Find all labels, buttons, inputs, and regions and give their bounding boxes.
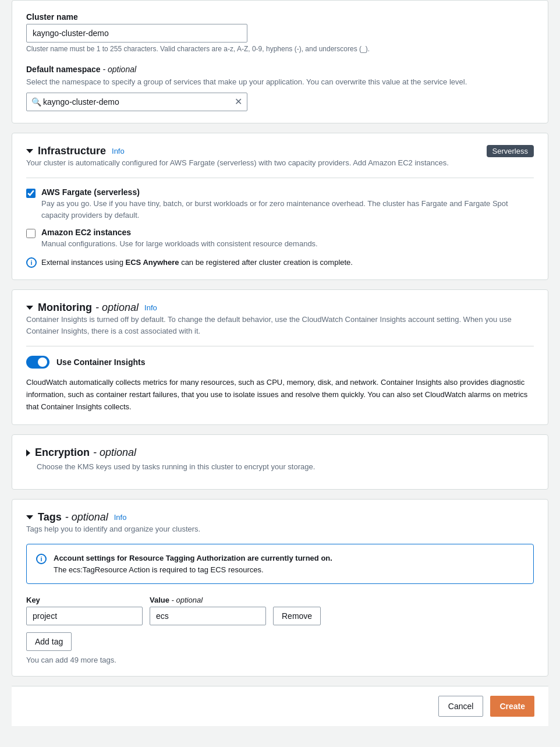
namespace-search-input[interactable]: [27, 95, 247, 109]
monitoring-header: Monitoring - optional Info: [26, 302, 534, 314]
infrastructure-section: Infrastructure Info Serverless Your clus…: [12, 133, 548, 281]
cancel-button[interactable]: Cancel: [438, 696, 484, 717]
ecs-anywhere-text: External instances using ECS Anywhere ca…: [41, 257, 353, 268]
container-insights-label: Use Container Insights: [56, 357, 145, 367]
tags-header: Tags - optional Info: [26, 511, 534, 523]
tags-description: Tags help you to identify and organize y…: [26, 523, 534, 535]
encryption-section: Encryption - optional Choose the KMS key…: [12, 434, 548, 490]
monitoring-section: Monitoring - optional Info Container Ins…: [12, 289, 548, 425]
encryption-description: Choose the KMS keys used by tasks runnin…: [37, 461, 534, 473]
monitoring-collapse-icon: [26, 306, 33, 310]
encryption-title: Encryption: [35, 447, 90, 459]
serverless-badge: Serverless: [487, 145, 534, 157]
container-insights-toggle-row: Use Container Insights: [26, 356, 534, 369]
namespace-search-wrapper: 🔍 ✕: [26, 93, 247, 111]
tags-info-icon: i: [36, 554, 47, 564]
search-icon: 🔍: [31, 97, 41, 107]
info-icon: i: [26, 257, 37, 268]
ecs-anywhere-info: i External instances using ECS Anywhere …: [26, 257, 534, 268]
tags-info-text: Account settings for Resource Tagging Au…: [54, 553, 332, 575]
encryption-expand-icon: [26, 449, 30, 456]
footer-bar: Cancel Create: [12, 686, 548, 726]
tags-title: Tags: [38, 511, 62, 523]
tags-info-box: i Account settings for Resource Tagging …: [26, 544, 534, 584]
namespace-label: Default namespace - optional: [26, 65, 534, 74]
tags-hint: You can add 49 more tags.: [26, 656, 534, 664]
tag-value-input[interactable]: [150, 607, 266, 625]
tag-value-group: Value - optional: [150, 596, 266, 625]
fargate-description: Pay as you go. Use if you have tiny, bat…: [41, 198, 534, 221]
tag-key-group: Key: [26, 596, 143, 625]
infrastructure-collapse-icon: [26, 149, 33, 153]
container-insights-toggle[interactable]: [26, 356, 49, 369]
monitoring-cloudwatch-desc: CloudWatch automatically collects metric…: [26, 377, 534, 413]
monitoring-description: Container Insights is turned off by defa…: [26, 314, 534, 337]
fargate-label[interactable]: AWS Fargate (serverless): [41, 187, 140, 197]
monitoring-title: Monitoring: [38, 302, 92, 314]
remove-tag-button[interactable]: Remove: [273, 607, 321, 625]
tag-key-label: Key: [26, 596, 143, 604]
fargate-checkbox[interactable]: [26, 189, 36, 198]
infrastructure-info-link[interactable]: Info: [112, 147, 125, 155]
divider2: [26, 346, 534, 346]
infrastructure-header: Infrastructure Info Serverless: [26, 145, 534, 157]
cluster-name-hint: Cluster name must be 1 to 255 characters…: [26, 45, 534, 53]
add-tag-button[interactable]: Add tag: [26, 632, 72, 651]
tags-info-link[interactable]: Info: [114, 513, 127, 522]
divider: [26, 178, 534, 178]
cluster-name-label: Cluster name: [26, 12, 534, 22]
create-button[interactable]: Create: [490, 696, 534, 717]
ec2-description: Manual configurations. Use for large wor…: [41, 238, 318, 250]
ec2-checkbox[interactable]: [26, 229, 36, 238]
cluster-name-section: Cluster name Cluster name must be 1 to 2…: [12, 0, 548, 123]
ec2-label[interactable]: Amazon EC2 instances: [41, 228, 131, 237]
namespace-clear-button[interactable]: ✕: [235, 97, 242, 107]
tags-section: Tags - optional Info Tags help you to id…: [12, 499, 548, 677]
ec2-option: Amazon EC2 instances Manual configuratio…: [26, 228, 534, 250]
infrastructure-title: Infrastructure: [38, 145, 106, 157]
tag-key-input[interactable]: [26, 607, 143, 625]
fargate-option: AWS Fargate (serverless) Pay as you go. …: [26, 187, 534, 221]
tags-optional: - optional: [65, 511, 108, 523]
monitoring-optional: - optional: [95, 302, 139, 314]
toggle-slider: [26, 356, 49, 369]
monitoring-info-link[interactable]: Info: [144, 303, 157, 312]
namespace-description: Select the namespace to specify a group …: [26, 76, 534, 88]
tags-collapse-icon: [26, 515, 33, 519]
encryption-header: Encryption - optional: [26, 447, 534, 459]
cluster-name-input[interactable]: [26, 24, 247, 43]
tag-value-label: Value - optional: [150, 596, 266, 604]
tag-row: Key Value - optional Remove: [26, 596, 534, 625]
infrastructure-description: Your cluster is automatically configured…: [26, 157, 534, 169]
encryption-optional: - optional: [93, 447, 136, 459]
